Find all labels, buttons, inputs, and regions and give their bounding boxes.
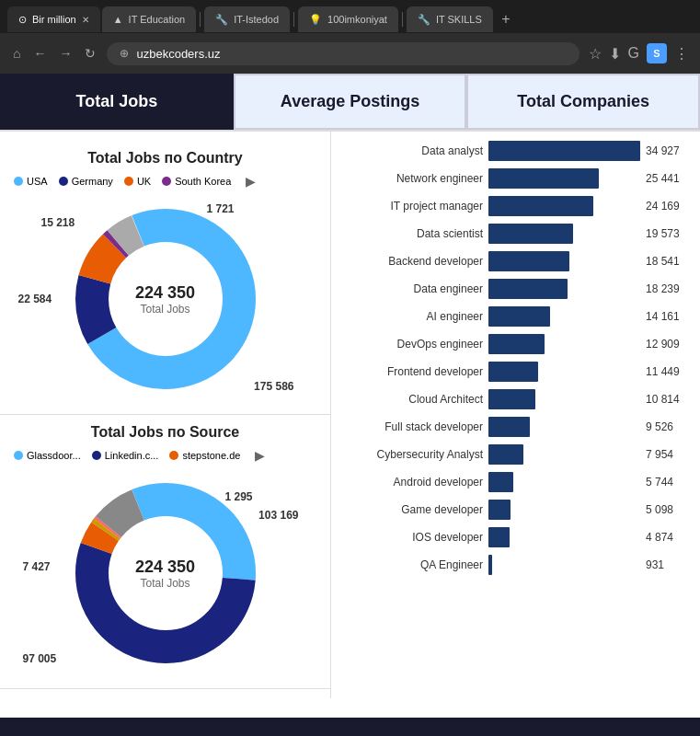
legend-southkorea-label: South Korea [175, 176, 231, 187]
legend-germany-dot [59, 177, 68, 186]
bar-fill [488, 389, 535, 409]
bar-row: Data scientist19 573 [345, 224, 686, 244]
legend-southkorea: South Korea [162, 176, 231, 187]
bar-row: Cloud Architect10 814 [345, 389, 686, 409]
bar-track [488, 141, 640, 161]
bar-fill [488, 500, 511, 520]
bar-label: Game developer [345, 503, 483, 516]
bar-row: IT project manager24 169 [345, 196, 686, 216]
bar-value: 11 449 [646, 365, 686, 378]
bar-track [488, 306, 640, 327]
legend-arrow-icon[interactable]: ▶ [246, 174, 256, 189]
forward-button[interactable]: → [57, 44, 74, 63]
source-legend-arrow-icon[interactable]: ▶ [255, 448, 265, 463]
bar-row: Frontend developer11 449 [345, 362, 686, 382]
legend-southkorea-dot [162, 177, 171, 186]
source-donut-wrapper: 224 350 Total Jobs 103 169 7 427 1 295 9… [28, 472, 304, 674]
tab-label: 100imkoniyat [327, 14, 387, 25]
download-icon[interactable]: ⬇ [609, 45, 621, 63]
bar-track [488, 251, 640, 271]
tab-bir-million[interactable]: ⊙ Bir million ✕ [7, 6, 100, 32]
legend-usa: USA [14, 176, 48, 187]
bar-track [488, 334, 640, 354]
bar-fill [488, 141, 640, 161]
tab-favicon: ▲ [113, 14, 123, 25]
bar-value: 9 526 [646, 420, 686, 433]
legend-linkedin-dot [92, 451, 101, 460]
back-button[interactable]: ← [31, 44, 48, 63]
bar-row: DevOps engineer12 909 [345, 334, 686, 354]
country-label-22584: 22 584 [18, 293, 52, 305]
bar-fill [488, 472, 513, 492]
legend-usa-label: USA [27, 176, 48, 187]
source-center-label: Total Jobs [135, 577, 195, 590]
bar-label: Android developer [345, 476, 483, 489]
tab-separator [200, 12, 201, 27]
bar-row: IOS developer4 874 [345, 527, 686, 547]
bookmark-icon[interactable]: ☆ [589, 45, 602, 63]
source-chart-title: Total Jobs по Source [14, 424, 316, 441]
bar-track [488, 417, 640, 437]
tab-it-istedod[interactable]: 🔧 IT-Istedod [204, 6, 290, 32]
country-label-15218: 15 218 [41, 216, 75, 229]
profile-avatar[interactable]: S [647, 43, 667, 63]
bar-value: 18 239 [646, 282, 686, 295]
refresh-button[interactable]: ↻ [83, 44, 98, 63]
bar-row: Network engineer25 441 [345, 168, 686, 189]
home-button[interactable]: ⌂ [11, 44, 22, 63]
source-label-103169: 103 169 [258, 509, 298, 522]
tab-label: IT-Istedod [234, 14, 279, 25]
legend-uk-dot [124, 177, 133, 186]
bar-value: 7 954 [646, 448, 686, 461]
bar-track [488, 224, 640, 244]
bar-track [488, 444, 640, 465]
translate-icon[interactable]: G [628, 45, 639, 62]
bar-label: AI engineer [345, 310, 483, 323]
tab-close-icon[interactable]: ✕ [82, 15, 89, 25]
bar-value: 5 098 [646, 503, 686, 516]
legend-glassdoor: Glassdoor... [14, 450, 81, 461]
bar-label: Full stack developer [345, 420, 483, 433]
tab-separator-3 [402, 12, 403, 27]
tab-separator-2 [293, 12, 294, 27]
bar-value: 24 169 [646, 200, 686, 213]
tab-average-postings[interactable]: Average Postings [234, 74, 467, 130]
page-content: Total Jobs Average Postings Total Compan… [0, 74, 700, 718]
bar-label: Data engineer [345, 282, 483, 295]
new-tab-button[interactable]: + [495, 8, 517, 30]
country-legend: USA Germany UK South Korea ▶ [14, 174, 316, 189]
bar-fill [488, 555, 492, 575]
bar-value: 10 814 [646, 393, 686, 406]
bar-label: Data scientist [345, 227, 483, 240]
menu-icon[interactable]: ⋮ [674, 45, 689, 63]
main-layout: Total Jobs по Country USA Germany UK [0, 132, 700, 698]
bar-fill [488, 168, 599, 189]
bar-label: DevOps engineer [345, 338, 483, 351]
bar-track [488, 389, 640, 409]
bar-track [488, 500, 640, 520]
tab-total-companies[interactable]: Total Companies [466, 74, 700, 130]
bar-value: 931 [646, 558, 686, 571]
bar-row: Data engineer18 239 [345, 279, 686, 299]
legend-stepstone: stepstone.de [169, 450, 240, 461]
bar-label: IT project manager [345, 200, 483, 213]
tab-total-jobs[interactable]: Total Jobs [0, 74, 234, 130]
bar-value: 25 441 [646, 172, 686, 185]
bar-row: Android developer5 744 [345, 472, 686, 492]
tab-label: IT SKILLS [436, 14, 482, 25]
tab-it-skills[interactable]: 🔧 IT SKILLS [407, 6, 493, 32]
right-panel: Data analyst34 927Network engineer25 441… [331, 132, 700, 698]
legend-uk-label: UK [137, 176, 151, 187]
bar-value: 12 909 [646, 338, 686, 351]
bar-value: 34 927 [646, 144, 686, 157]
bar-label: Backend developer [345, 255, 483, 268]
bar-fill [488, 306, 550, 327]
tab-100imkoniyat[interactable]: 💡 100imkoniyat [298, 6, 398, 32]
browser-actions: ☆ ⬇ G S ⋮ [589, 43, 689, 63]
bar-track [488, 472, 640, 492]
tab-it-education[interactable]: ▲ IT Education [102, 6, 196, 32]
bar-track [488, 279, 640, 299]
security-icon: ⊕ [120, 47, 129, 60]
bar-label: QA Engineer [345, 558, 483, 571]
url-bar[interactable]: ⊕ uzbekcoders.uz [107, 42, 579, 65]
